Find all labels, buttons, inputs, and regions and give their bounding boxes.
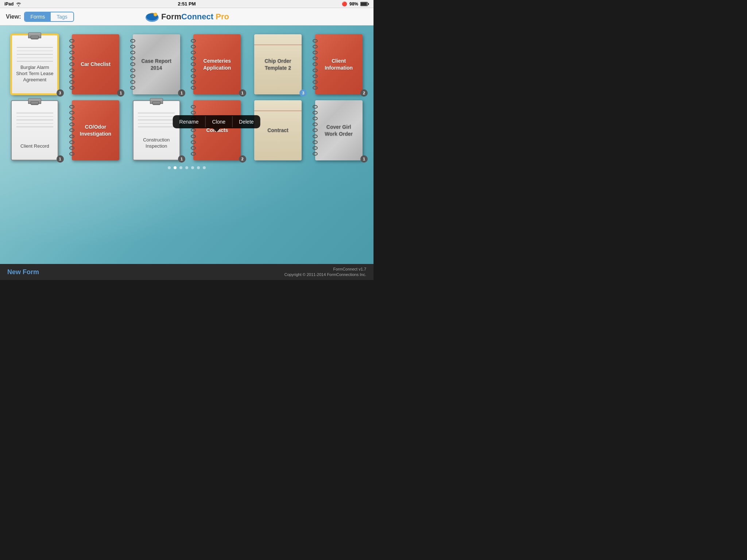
copyright-label: Copyright © 2011-2014 FormConnections In… xyxy=(284,272,366,277)
spiral-cover xyxy=(312,104,318,157)
nav-bar: View: Forms Tags FormConnect Pro xyxy=(0,8,374,26)
clipboard-construction: Construction Inspection xyxy=(133,100,180,160)
ring xyxy=(69,105,74,109)
ring xyxy=(191,135,196,138)
form-title-burglar: Burglar Alarm Short Term Lease Agreement xyxy=(12,65,57,83)
new-form-button[interactable]: New Form xyxy=(7,268,39,276)
form-card-chip-order[interactable]: Chip Order Template 2 3 xyxy=(251,34,306,94)
clone-menu-item[interactable]: Clone xyxy=(206,115,232,128)
delete-menu-item[interactable]: Delete xyxy=(232,115,260,128)
spiral-contacts xyxy=(190,104,196,157)
notebook-contract: Contract xyxy=(254,100,302,160)
ring xyxy=(130,39,135,43)
notebook-chip: Chip Order Template 2 xyxy=(254,34,302,94)
ring xyxy=(130,74,135,78)
form-card-car-checklist[interactable]: Car Checlist 1 xyxy=(68,34,123,94)
clipboard-clip-con xyxy=(150,98,163,104)
line xyxy=(17,54,53,55)
ring xyxy=(130,69,135,72)
line xyxy=(138,120,175,120)
notebook-case: Case Report 2014 xyxy=(133,34,180,94)
battery-label: 98% xyxy=(349,1,358,7)
rename-menu-item[interactable]: Rename xyxy=(173,115,205,128)
badge-contacts: 2 xyxy=(239,155,246,163)
line xyxy=(16,127,53,127)
ring xyxy=(313,152,318,156)
spiral-client-info xyxy=(312,38,318,91)
ring xyxy=(191,62,196,66)
form-card-burglar-alarm[interactable]: Burglar Alarm Short Term Lease Agreement… xyxy=(7,34,62,94)
spiral-case xyxy=(130,38,136,91)
page-dot-2[interactable] xyxy=(174,166,177,169)
form-card-case-report[interactable]: Case Report 2014 1 xyxy=(129,34,184,94)
ring xyxy=(191,105,196,109)
status-bar: iPad 2:51 PM 🔴 98% xyxy=(0,0,374,8)
bluetooth-icon: 🔴 xyxy=(342,1,347,7)
badge-client-info: 2 xyxy=(360,89,368,97)
badge-burglar: 3 xyxy=(57,89,64,97)
logo-icon xyxy=(144,11,160,23)
ring xyxy=(191,146,196,150)
ring xyxy=(313,45,318,48)
line xyxy=(138,113,175,113)
form-card-client-info[interactable]: Client Information 2 xyxy=(311,34,366,94)
ring xyxy=(130,80,135,84)
beige-line-contract xyxy=(254,110,302,111)
line xyxy=(17,51,53,51)
battery-icon xyxy=(360,2,369,6)
line xyxy=(17,47,53,48)
clipboard-clip-cr xyxy=(28,98,41,104)
status-left: iPad xyxy=(4,1,22,7)
form-card-contract[interactable]: Contract xyxy=(251,100,306,160)
page-dot-4[interactable] xyxy=(185,166,188,169)
page-dot-5[interactable] xyxy=(191,166,194,169)
line xyxy=(16,120,53,120)
ring xyxy=(69,45,74,48)
ring xyxy=(313,74,318,78)
ring xyxy=(313,111,318,114)
page-dot-1[interactable] xyxy=(168,166,171,169)
ring xyxy=(69,57,74,60)
ring xyxy=(69,135,74,138)
ring xyxy=(313,51,318,54)
form-card-cemeteries[interactable]: Cemeteries Application 1 xyxy=(190,34,245,94)
logo-connect: Connect xyxy=(181,12,213,21)
form-card-co-odor[interactable]: CO/Odor Investigation xyxy=(68,100,123,160)
clipboard-burglar: Burglar Alarm Short Term Lease Agreement xyxy=(11,34,58,94)
ring xyxy=(191,86,196,90)
forms-tab[interactable]: Forms xyxy=(25,12,51,21)
wifi-icon xyxy=(16,2,22,6)
form-card-cover-girl[interactable]: Cover Girl Work Order 1 xyxy=(311,100,366,160)
ring xyxy=(191,39,196,43)
ring xyxy=(69,39,74,43)
ring xyxy=(69,80,74,84)
ring xyxy=(191,51,196,54)
form-card-client-record[interactable]: Client Record 1 xyxy=(7,100,62,160)
svg-point-6 xyxy=(154,13,156,16)
ring xyxy=(69,111,74,114)
ring xyxy=(69,117,74,120)
svg-rect-2 xyxy=(361,3,367,5)
logo-pro: Pro xyxy=(216,12,229,21)
page-dot-3[interactable] xyxy=(179,166,182,169)
form-title-co: CO/Odor Investigation xyxy=(72,124,119,137)
ring xyxy=(130,51,135,54)
badge-case: 1 xyxy=(178,89,185,97)
clipboard-clip xyxy=(28,32,41,38)
line xyxy=(16,113,53,113)
ring xyxy=(191,128,196,132)
ring xyxy=(191,80,196,84)
form-title-client-record: Client Record xyxy=(12,143,58,149)
svg-rect-1 xyxy=(368,3,369,5)
ring xyxy=(69,62,74,66)
form-title-construction: Construction Inspection xyxy=(133,137,179,149)
page-dot-7[interactable] xyxy=(203,166,206,169)
tags-tab[interactable]: Tags xyxy=(51,12,73,21)
ring xyxy=(191,111,196,114)
form-title-cem: Cemeteries Application xyxy=(193,58,241,71)
ring xyxy=(313,62,318,66)
form-card-construction[interactable]: Construction Inspection 1 xyxy=(129,100,184,160)
page-dot-6[interactable] xyxy=(197,166,200,169)
ring xyxy=(130,45,135,48)
ring xyxy=(69,74,74,78)
